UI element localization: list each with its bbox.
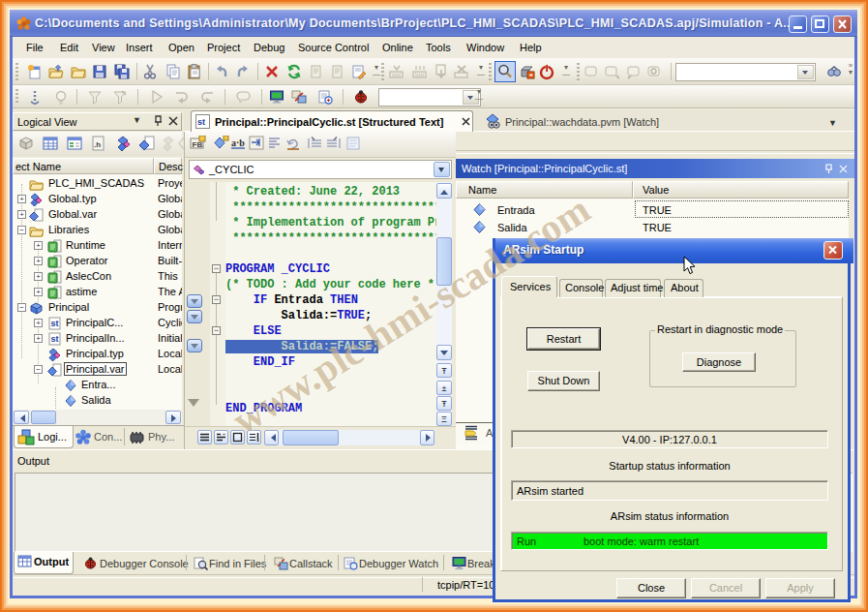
svg-text:.h: .h xyxy=(94,140,101,149)
svg-text:st: st xyxy=(50,334,58,344)
svg-text:st: st xyxy=(197,117,205,127)
svg-text:st: st xyxy=(50,319,58,328)
svg-text:a·b: a·b xyxy=(231,138,245,148)
